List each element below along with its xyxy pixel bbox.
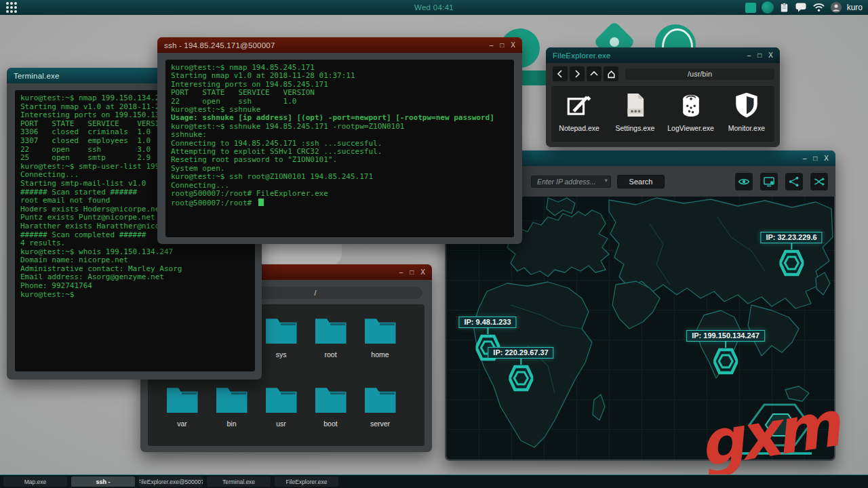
terminal-output[interactable]: kuro@test:~$ nmap 194.85.245.171Starting… xyxy=(165,60,514,237)
maximize-button[interactable]: □ xyxy=(813,155,817,162)
ssh-window: ssh - 194.85.245.171@500007 – □ X kuro@t… xyxy=(157,37,522,244)
window-title: ssh - 194.85.245.171@500007 xyxy=(164,41,275,49)
chevron-up-icon xyxy=(590,70,598,78)
taskbar-item[interactable]: Map.exe xyxy=(3,476,67,487)
address-bar[interactable]: /usr/bin xyxy=(625,68,774,80)
folder-item[interactable]: bin xyxy=(207,380,256,443)
up-button[interactable] xyxy=(587,66,601,81)
maximize-button[interactable]: □ xyxy=(500,42,504,49)
folder-item[interactable]: sys xyxy=(256,311,306,373)
folder-item[interactable]: usr xyxy=(256,380,306,443)
minimize-button[interactable]: – xyxy=(747,52,751,59)
file-explorer-titlebar[interactable]: FileExplorer.exe – □ X xyxy=(546,47,780,63)
terminal-line: kuro@test:~$ xyxy=(20,291,250,300)
clock: Wed 04:41 xyxy=(414,3,454,12)
top-bar: Wed 04:41 kuro xyxy=(0,0,868,15)
share-button[interactable] xyxy=(785,173,803,190)
tray-circle-icon[interactable] xyxy=(762,1,774,14)
username[interactable]: kuro xyxy=(847,3,863,12)
monitor-icon xyxy=(763,176,775,188)
minimize-button[interactable]: – xyxy=(490,42,494,49)
map-node-stem xyxy=(791,243,792,249)
map-ip-label[interactable]: IP: 32.23.229.6 xyxy=(760,232,822,243)
notepad-icon xyxy=(565,91,593,119)
file-list: Notepad.exe Settings.exe LogViewer.exe M… xyxy=(551,86,774,142)
map-node-stem xyxy=(725,342,726,348)
terminal-line: Reseting root password to "Z1ON0101". xyxy=(171,156,509,164)
share-icon xyxy=(788,176,800,188)
close-button[interactable]: X xyxy=(511,42,515,49)
remote-desktop-button[interactable] xyxy=(760,173,778,190)
ssh-titlebar[interactable]: ssh - 194.85.245.171@500007 – □ X xyxy=(157,37,522,53)
app-label: LogViewer.exe xyxy=(667,124,714,132)
folder-item[interactable]: server xyxy=(355,380,405,443)
clipboard-icon[interactable] xyxy=(779,2,789,13)
map-node-stem xyxy=(487,328,488,334)
transfer-button[interactable] xyxy=(810,173,828,190)
map-node-icon[interactable] xyxy=(509,365,533,392)
minimize-button[interactable]: – xyxy=(803,155,807,162)
user-avatar[interactable] xyxy=(831,2,842,13)
eye-icon xyxy=(738,176,750,188)
app-item-notepad[interactable]: Notepad.exe xyxy=(553,91,606,132)
window-title: Terminal.exe xyxy=(14,72,60,80)
folder-item[interactable]: root xyxy=(306,311,355,373)
map-ip-label[interactable]: IP: 199.150.134.247 xyxy=(686,330,765,342)
app-label: Notepad.exe xyxy=(559,124,599,132)
close-button[interactable]: X xyxy=(420,269,425,276)
close-button[interactable]: X xyxy=(768,52,773,59)
file-icon xyxy=(620,91,649,119)
back-button[interactable] xyxy=(553,66,568,81)
shuffle-icon xyxy=(813,176,825,188)
file-explorer-local-window: FileExplorer.exe – □ X /usr/bin Notepad.… xyxy=(546,47,780,147)
terminal-line: kuro@test:~$ ssh root@Z1ON0101 194.85.24… xyxy=(171,173,509,181)
home-icon xyxy=(607,70,616,79)
minimize-button[interactable]: – xyxy=(399,269,403,276)
forward-button[interactable] xyxy=(570,66,585,81)
app-item-logviewer[interactable]: LogViewer.exe xyxy=(665,91,717,132)
map-node-group: IP: 32.23.229.6 xyxy=(760,232,822,277)
app-label: Monitor.exe xyxy=(728,124,765,132)
folder-item[interactable]: home xyxy=(355,311,405,373)
app-item-settings[interactable]: Settings.exe xyxy=(608,91,661,132)
taskbar-item[interactable]: FileExplorer.exe xyxy=(275,476,338,487)
folder-item[interactable]: boot xyxy=(306,380,355,443)
app-item-monitor[interactable]: Monitor.exe xyxy=(720,91,773,132)
folder-item[interactable]: var xyxy=(157,380,207,443)
chevron-left-icon xyxy=(556,70,564,78)
terminal-line: Domain name: nicorpe.net xyxy=(20,256,250,265)
taskbar-item[interactable]: Terminal.exe xyxy=(207,476,271,487)
shield-icon xyxy=(732,91,761,119)
ip-search-input[interactable] xyxy=(531,176,611,188)
chat-icon[interactable] xyxy=(795,2,807,13)
map-node-icon[interactable] xyxy=(713,348,738,375)
wifi-icon[interactable] xyxy=(812,3,825,12)
app-launcher-icon[interactable] xyxy=(6,2,17,13)
home-button[interactable] xyxy=(604,66,618,81)
terminal-line: sshnuke: xyxy=(171,131,509,139)
map-node-group: IP: 220.29.67.37 xyxy=(488,347,553,392)
close-button[interactable]: X xyxy=(824,155,829,162)
folder-row: varbinusrbootserver xyxy=(157,380,405,443)
terminal-line: Phone: 992741764 xyxy=(20,282,250,291)
map-node-stem xyxy=(520,359,521,365)
tray-square-icon[interactable] xyxy=(745,3,756,13)
map-ip-label[interactable]: IP: 220.29.67.37 xyxy=(488,347,553,359)
search-button[interactable]: Search xyxy=(617,175,665,188)
taskbar-item[interactable]: FileExplorer.exe@500007 xyxy=(139,476,203,487)
terminal-line: root@500007:/root# xyxy=(171,199,509,207)
maximize-button[interactable]: □ xyxy=(757,52,762,59)
system-tray: kuro xyxy=(745,1,868,14)
taskbar-item[interactable]: ssh - xyxy=(71,476,135,487)
map-node-icon[interactable] xyxy=(779,249,804,277)
log-icon xyxy=(677,91,705,119)
map-ip-label[interactable]: IP: 9.48.1.233 xyxy=(458,317,516,328)
map-node-group: IP: 199.150.134.247 xyxy=(686,330,765,375)
maximize-button[interactable]: □ xyxy=(410,269,414,276)
eye-icon-button[interactable] xyxy=(735,173,753,190)
chevron-right-icon xyxy=(573,70,581,78)
app-label: Settings.exe xyxy=(615,124,654,132)
watermark-logo: gxm xyxy=(694,394,840,477)
terminal-line: kuro@test:~$ sshnuke 194.85.245.171 -roo… xyxy=(171,123,509,131)
terminal-line: root@500007:/root# FileExplorer.exe xyxy=(171,190,509,198)
